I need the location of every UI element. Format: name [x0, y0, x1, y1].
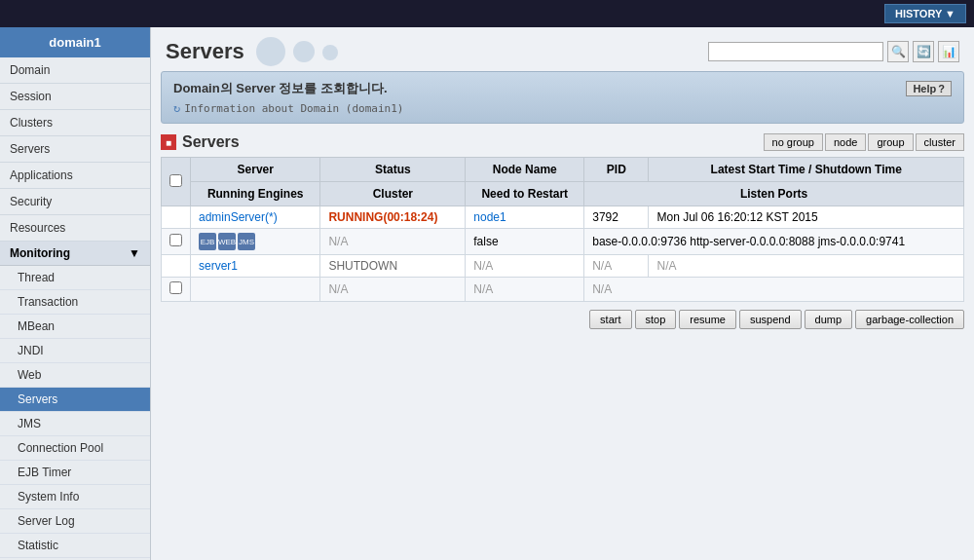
servers-title: ■ Servers — [161, 133, 240, 151]
info-banner-sub: ↻ Information about Domain (domain1) — [173, 101, 952, 115]
sidebar-section-monitoring[interactable]: Monitoring ▼ — [0, 242, 150, 266]
server-name-cell: adminServer(*) — [191, 206, 320, 229]
status-cell: SHUTDOWN — [320, 255, 466, 278]
garbage-collection-button[interactable]: garbage-collection — [855, 310, 964, 329]
cluster-button[interactable]: cluster — [916, 133, 964, 151]
sidebar-sub-mbean[interactable]: MBean — [0, 315, 150, 339]
servers-table: Server Status Node Name PID Latest Start… — [161, 157, 964, 302]
table-row: adminServer(*) RUNNING(00:18:24) node1 3… — [162, 206, 964, 229]
info-banner: Domain의 Server 정보를 조회합니다. Help ? ↻ Infor… — [161, 71, 964, 124]
server-name-cell: server1 — [191, 255, 320, 278]
row-checkbox-cell — [162, 278, 191, 302]
sidebar-sub-jndi[interactable]: JNDI — [0, 339, 150, 363]
node-button[interactable]: node — [825, 133, 866, 151]
starttime-cell: Mon Jul 06 16:20:12 KST 2015 — [649, 206, 964, 229]
starttime-cell: N/A — [649, 255, 964, 278]
engine-icon-web: WEB — [218, 233, 236, 250]
server-col-header: Server — [191, 158, 320, 182]
chart-button[interactable]: 📊 — [938, 41, 959, 62]
help-button[interactable]: Help ? — [906, 81, 952, 96]
table-row: server1 SHUTDOWN N/A N/A N/A — [162, 255, 964, 278]
engines-cell — [191, 278, 320, 302]
refresh-icon: ↻ — [173, 101, 180, 115]
status-badge: RUNNING(00:18:24) — [328, 210, 437, 224]
sidebar-sub-transaction[interactable]: Transaction — [0, 290, 150, 315]
engines-col-header: Running Engines — [191, 182, 320, 206]
table-row: EJB WEB JMS N/A false base-0.0.0.0:9736 … — [162, 229, 964, 255]
listenports-col-header: Listen Ports — [584, 182, 964, 206]
needrestart-cell: false — [466, 229, 584, 255]
row-checkbox-cell — [162, 255, 191, 278]
search-input[interactable] — [708, 42, 883, 61]
select-all-checkbox[interactable] — [169, 174, 182, 187]
server-name-link[interactable]: server1 — [199, 259, 238, 273]
engine-icon-ejb: EJB — [199, 233, 216, 250]
sidebar-sub-servers[interactable]: Servers — [0, 388, 150, 412]
domain-label[interactable]: domain1 — [0, 27, 150, 57]
decorative-circles — [256, 37, 338, 66]
cluster-cell: N/A — [320, 229, 466, 255]
resume-button[interactable]: resume — [679, 310, 736, 329]
sidebar-sub-connection-pool[interactable]: Connection Pool — [0, 436, 150, 461]
sidebar-item-clusters[interactable]: Clusters — [0, 110, 150, 136]
pid-col-header: PID — [584, 158, 649, 182]
servers-header: ■ Servers no group node group cluster — [161, 133, 964, 151]
sidebar-item-servers[interactable]: Servers — [0, 136, 150, 163]
top-bar: HISTORY ▼ — [0, 0, 974, 27]
listenports-cell: N/A — [584, 278, 964, 302]
sidebar-item-applications[interactable]: Applications — [0, 163, 150, 189]
cluster-col-header: Cluster — [320, 182, 466, 206]
circle-2 — [293, 41, 315, 62]
refresh-button[interactable]: 🔄 — [913, 41, 934, 62]
sidebar-item-resources[interactable]: Resources — [0, 215, 150, 242]
toolbar-right: 🔍 🔄 📊 — [708, 41, 959, 62]
row-checkbox-cell — [162, 206, 191, 229]
row-checkbox[interactable] — [169, 281, 182, 294]
circle-1 — [256, 37, 285, 66]
content-header: Servers 🔍 🔄 📊 — [151, 27, 974, 71]
sidebar-item-session[interactable]: Session — [0, 84, 150, 110]
sidebar-sub-system-info[interactable]: System Info — [0, 485, 150, 509]
servers-icon: ■ — [161, 134, 176, 150]
engine-icon-jms: JMS — [238, 233, 255, 250]
nodename-col-header: Node Name — [466, 158, 584, 182]
nodename-cell: N/A — [466, 255, 584, 278]
nodename-cell: node1 — [466, 206, 584, 229]
status-col-header: Status — [320, 158, 466, 182]
server-name-link[interactable]: adminServer(*) — [199, 210, 278, 224]
history-button[interactable]: HISTORY ▼ — [884, 4, 966, 23]
sidebar-sub-ejb-timer[interactable]: EJB Timer — [0, 461, 150, 485]
group-buttons: no group node group cluster — [764, 133, 964, 151]
sidebar-item-security[interactable]: Security — [0, 189, 150, 215]
sidebar: domain1 Domain Session Clusters Servers … — [0, 27, 151, 560]
start-button[interactable]: start — [589, 310, 631, 329]
node-link[interactable]: node1 — [473, 210, 506, 224]
row-checkbox[interactable] — [169, 234, 182, 246]
main-layout: domain1 Domain Session Clusters Servers … — [0, 27, 974, 560]
group-button[interactable]: group — [868, 133, 913, 151]
sidebar-sub-thread[interactable]: Thread — [0, 266, 150, 290]
status-cell: RUNNING(00:18:24) — [320, 206, 466, 229]
status-badge: SHUTDOWN — [328, 259, 397, 273]
engine-icons: EJB WEB JMS — [199, 233, 312, 250]
cluster-cell: N/A — [320, 278, 466, 302]
stop-button[interactable]: stop — [635, 310, 677, 329]
sidebar-sub-statistic[interactable]: Statistic — [0, 534, 150, 558]
table-row: N/A N/A N/A — [162, 278, 964, 302]
suspend-button[interactable]: suspend — [739, 310, 802, 329]
sidebar-sub-server-log[interactable]: Server Log — [0, 509, 150, 534]
info-banner-title: Domain의 Server 정보를 조회합니다. Help ? — [173, 80, 952, 97]
needrestart-cell: N/A — [466, 278, 584, 302]
pid-cell: N/A — [584, 255, 649, 278]
sidebar-item-domain[interactable]: Domain — [0, 57, 150, 84]
sidebar-sub-web[interactable]: Web — [0, 363, 150, 388]
search-button[interactable]: 🔍 — [887, 41, 909, 62]
dump-button[interactable]: dump — [805, 310, 853, 329]
no-group-button[interactable]: no group — [764, 133, 823, 151]
needrestart-col-header: Need to Restart — [466, 182, 584, 206]
row-checkbox-cell — [162, 229, 191, 255]
sidebar-sub-jms[interactable]: JMS — [0, 412, 150, 436]
page-title: Servers — [166, 39, 244, 64]
servers-section: ■ Servers no group node group cluster — [161, 133, 964, 339]
pid-cell: 3792 — [584, 206, 649, 229]
